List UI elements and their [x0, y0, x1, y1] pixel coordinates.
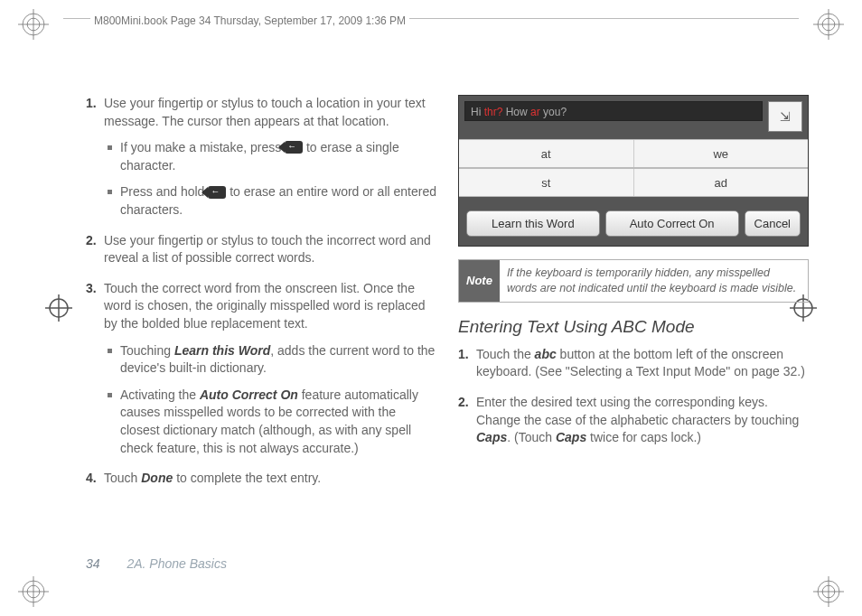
- registration-mark-icon: [18, 9, 49, 40]
- center-target-icon: [45, 294, 72, 322]
- text-frag: How: [502, 106, 530, 118]
- page-body: 1. Use your fingertip or stylus to touch…: [86, 95, 809, 565]
- suggestion-cell: st: [459, 169, 634, 196]
- step-number: 2.: [458, 394, 469, 412]
- suggestion-cell: we: [634, 140, 809, 167]
- note-label: Note: [459, 260, 500, 302]
- suggestion-row: at we: [459, 139, 808, 168]
- suggestion-row: st ad: [459, 168, 808, 197]
- step-number: 1.: [86, 95, 97, 113]
- registration-mark-icon: [18, 576, 49, 607]
- step-number: 2.: [86, 232, 97, 250]
- text-frag: Touching: [120, 343, 174, 358]
- text-frag: Hi: [471, 106, 484, 118]
- left-step-1-sub-1: If you make a mistake, press to erase a …: [104, 139, 436, 174]
- step-text: Touch the correct word from the onscreen…: [104, 280, 436, 333]
- text-frag: twice for caps lock.): [586, 430, 701, 444]
- screenshot-text-field: Hi thr? How ar you?: [464, 101, 763, 121]
- cancel-button: Cancel: [745, 210, 801, 237]
- right-step-1: 1. Touch the abc button at the bottom le…: [458, 346, 809, 381]
- page-number: 34: [86, 556, 100, 571]
- auto-correct-on-button: Auto Correct On: [605, 210, 739, 237]
- left-step-3-sublist: Touching Learn this Word, adds the curre…: [104, 342, 436, 458]
- left-step-list: 1. Use your fingertip or stylus to touch…: [86, 95, 436, 488]
- left-step-4: 4. Touch Done to complete the text entry…: [86, 470, 436, 488]
- backspace-key-icon: [285, 141, 303, 154]
- suggestion-cell: at: [459, 140, 634, 167]
- suggestion-cell: ad: [634, 169, 809, 196]
- backspace-key-icon: [208, 186, 226, 199]
- step-text: Use your fingertip or stylus to touch a …: [104, 95, 436, 130]
- step-text: Touch Done to complete the text entry.: [104, 470, 436, 488]
- left-column: 1. Use your fingertip or stylus to touch…: [86, 95, 436, 565]
- text-frag: If you make a mistake, press: [120, 140, 285, 154]
- registration-mark-icon: [813, 576, 844, 607]
- step-number: 4.: [86, 470, 97, 488]
- text-frag: . (Touch: [507, 430, 556, 444]
- step-text: Use your fingertip or stylus to touch th…: [104, 232, 436, 267]
- phone-screenshot: Hi thr? How ar you? ⇲ at we st ad Learn …: [458, 95, 809, 247]
- right-step-2: 2. Enter the desired text using the corr…: [458, 394, 809, 447]
- header-rule: M800Mini.book Page 34 Thursday, Septembe…: [63, 18, 799, 40]
- section-heading: Entering Text Using ABC Mode: [458, 317, 809, 337]
- step-number: 3.: [86, 280, 97, 298]
- text-frag: Enter the desired text using the corresp…: [476, 395, 799, 427]
- step-text: Touch the abc button at the bottom left …: [476, 346, 809, 381]
- text-frag: Touch: [104, 471, 141, 485]
- book-meta-text: M800Mini.book Page 34 Thursday, Septembe…: [90, 14, 409, 27]
- left-step-1-sub-2: Press and hold to erase an entire word o…: [104, 183, 436, 219]
- misspelled-word: ar: [530, 106, 540, 118]
- bold-term: Done: [141, 471, 173, 485]
- bold-term: Learn this Word: [174, 343, 270, 358]
- step-number: 1.: [458, 346, 469, 364]
- left-step-1: 1. Use your fingertip or stylus to touch…: [86, 95, 436, 219]
- right-column: Hi thr? How ar you? ⇲ at we st ad Learn …: [458, 95, 809, 565]
- text-frag: Activating the: [120, 387, 200, 402]
- text-frag: to complete the text entry.: [173, 471, 321, 485]
- note-text: If the keyboard is temporarily hidden, a…: [500, 260, 808, 302]
- hide-keyboard-icon: ⇲: [768, 101, 802, 132]
- misspelled-word: thr?: [484, 106, 503, 118]
- left-step-2: 2. Use your fingertip or stylus to touch…: [86, 232, 436, 267]
- learn-this-word-button: Learn this Word: [466, 210, 600, 237]
- left-step-3: 3. Touch the correct word from the onscr…: [86, 280, 436, 457]
- left-step-3-sub-2: Activating the Auto Correct On feature a…: [104, 387, 436, 457]
- bold-term: Auto Correct On: [200, 387, 298, 402]
- section-title: 2A. Phone Basics: [126, 556, 227, 571]
- screenshot-button-bar: Learn this Word Auto Correct On Cancel: [459, 206, 808, 240]
- bold-term: abc: [535, 347, 557, 361]
- step-text: Enter the desired text using the corresp…: [476, 394, 809, 447]
- text-frag: Press and hold: [120, 184, 208, 199]
- bold-term: Caps: [556, 430, 586, 444]
- text-frag: Touch the: [476, 347, 535, 361]
- note-box: Note If the keyboard is temporarily hidd…: [458, 259, 809, 303]
- text-frag: you?: [540, 106, 567, 118]
- bold-term: Caps: [476, 430, 507, 444]
- page-footer: 34 2A. Phone Basics: [86, 556, 227, 571]
- left-step-1-sublist: If you make a mistake, press to erase a …: [104, 139, 436, 219]
- registration-mark-icon: [813, 9, 844, 40]
- left-step-3-sub-1: Touching Learn this Word, adds the curre…: [104, 342, 436, 378]
- right-step-list: 1. Touch the abc button at the bottom le…: [458, 346, 809, 447]
